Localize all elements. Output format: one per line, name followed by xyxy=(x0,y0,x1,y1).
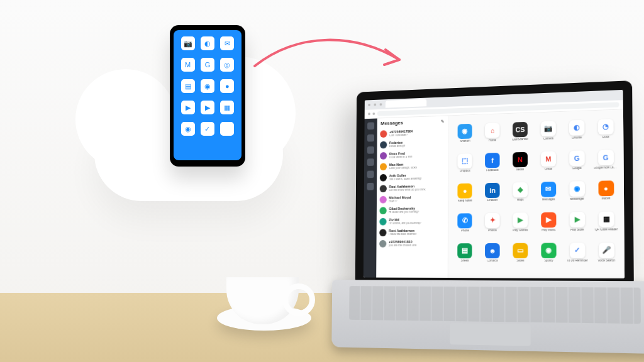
phone-app-icon[interactable]: ◐ xyxy=(201,36,214,50)
message-row[interactable]: Rosi AathkemonLet me know what do you th… xyxy=(377,182,448,194)
phone-app-icon[interactable]: ● xyxy=(220,79,234,93)
rail-icon[interactable] xyxy=(367,170,374,178)
message-preview: Can I call later? xyxy=(389,133,413,137)
app-launcher-messages[interactable]: ✉Messages xyxy=(535,177,562,206)
app-launcher-linkedin[interactable]: inLinkedIn xyxy=(479,178,506,207)
phone-app-icon[interactable]: ▶ xyxy=(181,101,195,114)
message-preview: I'm online, are you coming? xyxy=(389,222,421,225)
phone-app-icon[interactable]: ◎ xyxy=(220,58,234,72)
app-launcher-sheets[interactable]: ▤Sheets xyxy=(452,238,479,267)
phone-app-icon[interactable]: G xyxy=(201,58,214,72)
app-icon: ◆ xyxy=(513,182,528,198)
app-label: Slides xyxy=(516,260,524,263)
app-label: Moovit xyxy=(602,197,611,200)
rail-icon[interactable] xyxy=(367,183,374,190)
app-icon: M xyxy=(541,151,556,167)
app-launcher-to-do-reminder[interactable]: ✓To Do Reminder xyxy=(564,238,591,267)
message-row[interactable]: Gilad DechanskyHi dude! are you coming? xyxy=(377,204,448,216)
phone-app-icon[interactable]: M xyxy=(181,58,195,72)
app-launcher-photos[interactable]: ✦Photos xyxy=(479,208,506,237)
app-launcher-moovit[interactable]: ●Moovit xyxy=(592,175,620,206)
message-row[interactable]: +972589441810you are the chosen one xyxy=(376,238,447,249)
app-icon: N xyxy=(513,152,528,168)
app-launcher-voice-search[interactable]: 🎤Voice Search xyxy=(592,238,621,268)
app-icon: G xyxy=(569,150,585,166)
phone-app-icon[interactable]: 📷 xyxy=(181,36,195,50)
message-preview: Hi dude! are you coming? xyxy=(389,211,419,214)
app-icon: ◉ xyxy=(458,124,472,139)
app-launcher-home[interactable]: ⌂Home xyxy=(479,118,506,147)
compose-icon[interactable]: ✎ xyxy=(441,119,445,124)
app-launcher-google-now-launcher[interactable]: GGoogle Now Launcher xyxy=(592,145,620,175)
message-row[interactable]: Avik GullerYes I saw it, looks amazing! xyxy=(377,171,448,184)
app-launcher-chrome[interactable]: ◐Chrome xyxy=(563,114,591,145)
app-launcher-keep-notes[interactable]: ●Keep Notes xyxy=(452,178,478,207)
app-label: Sheets xyxy=(460,260,469,263)
app-launcher-contacts[interactable]: ☻Contacts xyxy=(479,238,506,267)
avatar xyxy=(379,229,386,236)
rail-icon[interactable] xyxy=(367,134,374,142)
app-label: Google xyxy=(572,167,582,170)
scene: 📷◐✉MG◎▤◉●▶▶▦◉✓ xyxy=(0,0,644,362)
app-launcher-play-store[interactable]: ▶Play Store xyxy=(564,207,591,236)
message-row[interactable]: Ziv IddI'm online, are you coming? xyxy=(377,216,448,228)
app-launcher-camera[interactable]: 📷Camera xyxy=(535,116,562,145)
laptop-keyboard xyxy=(331,280,644,354)
app-label: Keep Notes xyxy=(458,199,472,202)
app-label: Play Games xyxy=(513,229,528,232)
phone-app-icon[interactable]: ▤ xyxy=(181,79,195,93)
phone-app-icon[interactable]: ▦ xyxy=(220,101,234,114)
app-launcher-play-games[interactable]: ▶Play Games xyxy=(507,207,534,237)
app-label: Chrome xyxy=(572,136,582,140)
app-icon: ✉ xyxy=(541,182,556,197)
app-launcher-dropbox[interactable]: ⬚Dropbox xyxy=(452,148,478,177)
app-launcher-facebook[interactable]: fFacebook xyxy=(479,148,506,177)
app-icon: ⌂ xyxy=(485,123,499,138)
phone-app-icon[interactable]: ▶ xyxy=(201,101,214,114)
avatar xyxy=(379,207,386,214)
avatar xyxy=(380,141,387,149)
app-icon: 📷 xyxy=(541,121,556,136)
phone-app-icon[interactable] xyxy=(220,122,234,136)
app-icon: in xyxy=(485,183,500,198)
app-icon: ◐ xyxy=(569,120,585,136)
phone-screen: 📷◐✉MG◎▤◉●▶▶▦◉✓ xyxy=(174,30,242,160)
app-label: Shazam xyxy=(460,140,470,143)
app-launcher-phone[interactable]: ✆Phone xyxy=(452,208,479,237)
message-row[interactable]: Michael MoyalHow?? xyxy=(377,193,448,205)
avatar xyxy=(380,185,387,192)
app-launcher-maps[interactable]: ◆Maps xyxy=(507,177,534,207)
app-icon: ✓ xyxy=(570,243,586,258)
phone-mockup: 📷◐✉MG◎▤◉●▶▶▦◉✓ xyxy=(170,25,245,167)
app-launcher-shazam[interactable]: ◉Shazam xyxy=(452,119,478,148)
avatar xyxy=(380,174,387,182)
app-launcher-messenger[interactable]: ◉Messenger xyxy=(564,176,591,206)
avatar xyxy=(379,240,386,248)
phone-app-icon[interactable]: ◉ xyxy=(201,79,214,93)
app-label: Google Now Launcher xyxy=(594,166,618,169)
phone-app-icon[interactable]: ◉ xyxy=(181,122,195,136)
browser-tab[interactable] xyxy=(386,99,426,108)
message-preview: Yes I saw it, looks amazing! xyxy=(389,177,422,180)
rail-icon[interactable] xyxy=(367,146,374,154)
app-launcher-clock[interactable]: ◔Clock xyxy=(592,114,619,144)
phone-app-icon[interactable]: ✓ xyxy=(201,122,214,136)
rail-icon[interactable] xyxy=(367,158,374,166)
app-icon: 🎤 xyxy=(599,243,614,258)
app-icon: CS xyxy=(513,122,528,138)
app-launcher-qr-code-reader[interactable]: ▦QR Code Reader xyxy=(592,206,621,236)
app-icon: ◉ xyxy=(541,243,556,258)
avatar xyxy=(380,130,387,138)
app-icon: ◉ xyxy=(569,181,585,197)
app-launcher-google[interactable]: GGoogle xyxy=(563,145,591,175)
app-launcher-gmail[interactable]: MGmail xyxy=(535,146,562,175)
app-launcher-play-music[interactable]: ▶Play Music xyxy=(535,207,562,236)
app-label: Phone xyxy=(461,229,469,233)
app-launcher-slides[interactable]: ▭Slides xyxy=(507,238,534,268)
message-row[interactable]: Roni AathkemonI have the best internet! xyxy=(377,227,448,239)
app-launcher-spotify[interactable]: ◉Spotify xyxy=(535,238,562,267)
phone-app-icon[interactable]: ✉ xyxy=(220,36,234,50)
app-launcher-camscanner[interactable]: CSCamScanner xyxy=(507,117,533,146)
rail-icon[interactable] xyxy=(367,122,374,129)
app-launcher-netflix[interactable]: NNetflix xyxy=(507,147,534,177)
